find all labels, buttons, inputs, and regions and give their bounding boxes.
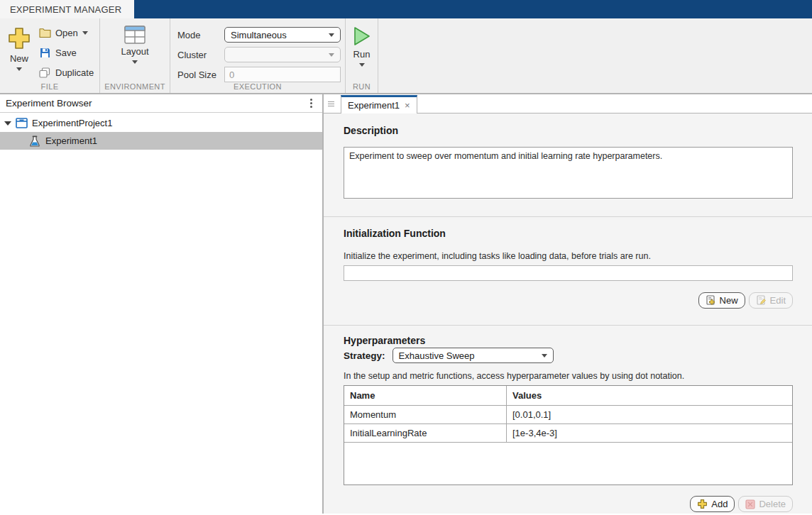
layout-dropdown-caret[interactable] [132, 60, 138, 64]
tree-item-experiment[interactable]: Experiment1 [0, 132, 322, 150]
mode-dropdown[interactable]: Simultaneous [224, 27, 341, 43]
tree-expander-icon[interactable] [4, 121, 11, 126]
toolstrip-tab-experiment-manager[interactable]: EXPERIMENT MANAGER [0, 0, 134, 18]
experiment-browser-title: Experiment Browser [6, 98, 92, 109]
document-tabstrip: Experiment1 × [324, 94, 812, 113]
mode-dropdown-value: Simultaneous [231, 30, 287, 40]
open-button-label: Open [55, 28, 78, 38]
open-dropdown-caret[interactable] [82, 31, 88, 35]
tree-item-experiment-label: Experiment1 [45, 135, 97, 146]
duplicate-button-label: Duplicate [55, 67, 94, 78]
table-header-row: Name Values [344, 386, 792, 406]
project-box-icon [15, 118, 28, 129]
hyperparameters-hint: In the setup and metric functions, acces… [344, 371, 793, 381]
new-plus-icon [6, 26, 32, 51]
toolbar-section-environment: Layout ENVIRONMENT [100, 18, 170, 93]
table-header-name[interactable]: Name [344, 386, 507, 405]
experiment-flask-icon [28, 135, 41, 147]
pool-size-input [224, 67, 341, 82]
save-button-label: Save [55, 48, 77, 58]
table-row[interactable]: Momentum [0.01,0.1] [344, 406, 792, 424]
layout-button-label: Layout [121, 46, 148, 57]
duplicate-button[interactable]: Duplicate [38, 62, 94, 82]
toolbar-section-execution: Mode Simultaneous Cluster Pool Size EXEC… [170, 18, 346, 93]
table-empty-area [344, 443, 792, 484]
table-cell-values[interactable]: [0.01,0.1] [507, 406, 792, 423]
cluster-label: Cluster [177, 50, 224, 60]
initialization-hint: Initialize the experiment, including tas… [344, 251, 793, 261]
tree-item-project-label: ExperimentProject1 [32, 118, 112, 128]
tab-close-icon[interactable]: × [405, 100, 410, 111]
mode-label: Mode [177, 30, 224, 40]
new-dropdown-caret[interactable] [16, 67, 22, 71]
description-textarea[interactable]: Experiment to sweep over momentum and in… [344, 147, 793, 199]
edit-function-icon [756, 295, 767, 306]
hyperparameters-table: Name Values Momentum [0.01,0.1] InitialL… [344, 385, 793, 485]
initialization-new-label: New [720, 295, 738, 306]
run-button[interactable]: Run [346, 23, 378, 67]
new-button-label: New [10, 53, 28, 64]
strategy-dropdown-value: Exhaustive Sweep [399, 350, 475, 361]
run-dropdown-caret[interactable] [359, 63, 365, 67]
add-button-label: Add [711, 499, 728, 509]
layout-icon [124, 26, 146, 44]
delete-x-icon [745, 499, 755, 509]
panel-menu-kebab-icon[interactable] [307, 97, 315, 109]
table-cell-name[interactable]: Momentum [344, 406, 507, 423]
strategy-dropdown-caret [542, 354, 547, 358]
toolbar-empty-space [378, 18, 812, 93]
execution-section-label: EXECUTION [170, 82, 345, 91]
table-row[interactable]: InitialLearningRate [1e-3,4e-3] [344, 424, 792, 443]
cluster-dropdown-caret [329, 53, 334, 57]
save-button[interactable]: Save [38, 43, 94, 62]
mode-dropdown-caret [329, 33, 334, 37]
run-section-label: RUN [346, 82, 378, 91]
toolstrip-banner: EXPERIMENT MANAGER [0, 0, 812, 18]
initialization-function-input[interactable] [344, 265, 793, 281]
cluster-dropdown [224, 47, 341, 62]
open-folder-icon [38, 27, 51, 38]
tab-experiment1-label: Experiment1 [348, 100, 400, 111]
duplicate-icon [38, 67, 51, 78]
table-cell-values[interactable]: [1e-3,4e-3] [507, 424, 792, 442]
open-button[interactable]: Open [38, 23, 94, 43]
table-cell-name[interactable]: InitialLearningRate [344, 424, 507, 442]
hyperparameters-heading: Hyperparameters [344, 335, 793, 346]
delete-hyperparameter-button: Delete [738, 496, 793, 512]
save-disk-icon [38, 47, 51, 58]
run-play-icon [352, 26, 372, 47]
run-button-label: Run [353, 49, 371, 60]
tab-grip-icon[interactable] [328, 101, 334, 106]
initialization-heading: Initialization Function [344, 228, 793, 239]
initialization-edit-label: Edit [770, 295, 786, 306]
add-plus-icon [697, 499, 708, 509]
strategy-dropdown[interactable]: Exhaustive Sweep [393, 348, 554, 363]
pool-size-label: Pool Size [177, 70, 224, 80]
strategy-label: Strategy: [344, 350, 385, 361]
delete-button-label: Delete [759, 499, 786, 509]
add-hyperparameter-button[interactable]: Add [690, 496, 735, 512]
initialization-new-button[interactable]: New [698, 292, 745, 309]
new-function-icon [706, 295, 716, 306]
experiment-detail-panel: Experiment1 × Description Experiment to … [324, 94, 812, 514]
description-heading: Description [344, 125, 793, 136]
toolbar-section-file: New Open Save Duplicate [0, 18, 100, 93]
experiment-browser-panel: Experiment Browser ExperimentProject1 Ex… [0, 94, 324, 514]
experiment-detail-content: Description Experiment to sweep over mom… [324, 113, 812, 514]
toolstrip: New Open Save Duplicate [0, 18, 812, 94]
toolbar-section-run: Run RUN [346, 18, 378, 93]
tab-experiment1[interactable]: Experiment1 × [341, 95, 417, 113]
layout-button[interactable]: Layout [100, 23, 170, 64]
file-section-label: FILE [0, 82, 99, 91]
table-header-values[interactable]: Values [507, 386, 792, 405]
environment-section-label: ENVIRONMENT [100, 82, 170, 91]
tree-item-project[interactable]: ExperimentProject1 [0, 114, 322, 132]
initialization-edit-button: Edit [749, 292, 793, 309]
experiment-tree: ExperimentProject1 Experiment1 [0, 113, 322, 150]
